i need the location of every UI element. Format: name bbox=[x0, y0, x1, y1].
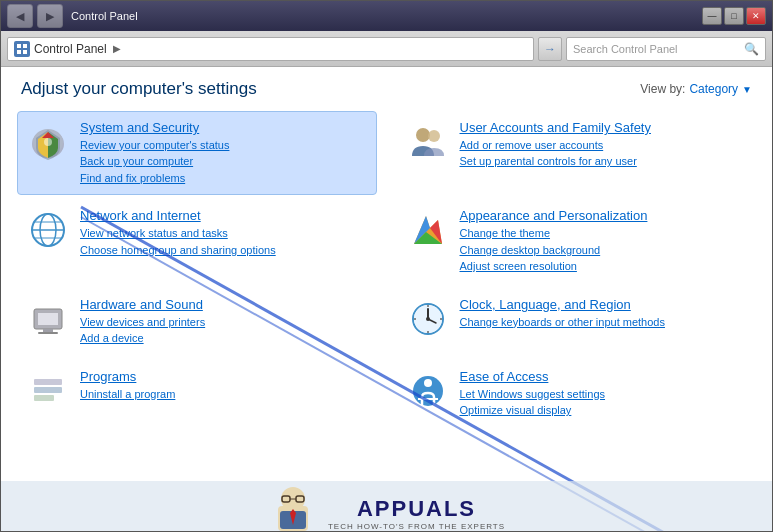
appearance-icon bbox=[406, 208, 450, 252]
title-bar-left: ◀ ▶ Control Panel bbox=[7, 4, 138, 28]
user-accounts-link1[interactable]: Add or remove user accounts bbox=[460, 137, 748, 154]
programs-icon bbox=[26, 369, 70, 413]
appearance-link1[interactable]: Change the theme bbox=[460, 225, 748, 242]
panel-user-accounts[interactable]: User Accounts and Family Safety Add or r… bbox=[397, 111, 757, 195]
system-security-title[interactable]: System and Security bbox=[80, 120, 368, 137]
close-button[interactable]: ✕ bbox=[746, 7, 766, 25]
clock-text: Clock, Language, and Region Change keybo… bbox=[460, 297, 748, 330]
system-security-link2[interactable]: Back up your computer bbox=[80, 153, 368, 170]
svg-rect-1 bbox=[23, 44, 27, 48]
programs-title[interactable]: Programs bbox=[80, 369, 368, 386]
search-icon[interactable]: 🔍 bbox=[744, 42, 759, 56]
ease-access-icon bbox=[406, 369, 450, 413]
svg-point-24 bbox=[427, 331, 429, 333]
ease-access-link2[interactable]: Optimize visual display bbox=[460, 402, 748, 419]
appearance-link2[interactable]: Change desktop background bbox=[460, 242, 748, 259]
panel-hardware[interactable]: Hardware and Sound View devices and prin… bbox=[17, 288, 377, 356]
programs-text: Programs Uninstall a program bbox=[80, 369, 368, 402]
svg-rect-0 bbox=[17, 44, 21, 48]
user-accounts-text: User Accounts and Family Safety Add or r… bbox=[460, 120, 748, 170]
main-window: ◀ ▶ Control Panel — □ ✕ Control Panel ▶ bbox=[0, 0, 773, 532]
svg-rect-29 bbox=[34, 395, 54, 401]
brand-tagline: TECH HOW-TO'S FROM THE EXPERTS bbox=[328, 522, 505, 531]
go-button[interactable]: → bbox=[538, 37, 562, 61]
appearance-title[interactable]: Appearance and Personalization bbox=[460, 208, 748, 225]
hardware-text: Hardware and Sound View devices and prin… bbox=[80, 297, 368, 347]
address-bar: Control Panel ▶ → Search Control Panel 🔍 bbox=[1, 31, 772, 67]
svg-rect-3 bbox=[23, 50, 27, 54]
system-security-link1[interactable]: Review your computer's status bbox=[80, 137, 368, 154]
view-by-value[interactable]: Category bbox=[689, 82, 738, 96]
page-title: Adjust your computer's settings bbox=[21, 79, 257, 99]
system-security-link3[interactable]: Find and fix problems bbox=[80, 170, 368, 187]
clock-icon bbox=[406, 297, 450, 341]
user-accounts-link2[interactable]: Set up parental controls for any user bbox=[460, 153, 748, 170]
hardware-title[interactable]: Hardware and Sound bbox=[80, 297, 368, 314]
ease-access-text: Ease of Access Let Windows suggest setti… bbox=[460, 369, 748, 419]
mascot bbox=[268, 481, 318, 531]
network-icon bbox=[26, 208, 70, 252]
back-button[interactable]: ◀ bbox=[7, 4, 33, 28]
svg-rect-27 bbox=[34, 379, 62, 385]
svg-point-26 bbox=[440, 318, 442, 320]
content-header: Adjust your computer's settings View by:… bbox=[1, 67, 772, 107]
system-security-text: System and Security Review your computer… bbox=[80, 120, 368, 186]
panel-grid: System and Security Review your computer… bbox=[1, 107, 772, 432]
ease-access-title[interactable]: Ease of Access bbox=[460, 369, 748, 386]
view-by-selector: View by: Category ▼ bbox=[640, 82, 752, 96]
svg-point-23 bbox=[427, 305, 429, 307]
hardware-link1[interactable]: View devices and printers bbox=[80, 314, 368, 331]
control-panel-icon bbox=[14, 41, 30, 57]
maximize-button[interactable]: □ bbox=[724, 7, 744, 25]
svg-rect-15 bbox=[38, 313, 58, 325]
panel-clock[interactable]: Clock, Language, and Region Change keybo… bbox=[397, 288, 757, 356]
panel-appearance[interactable]: Appearance and Personalization Change th… bbox=[397, 199, 757, 283]
panel-programs[interactable]: Programs Uninstall a program bbox=[17, 360, 377, 428]
title-bar: ◀ ▶ Control Panel — □ ✕ bbox=[1, 1, 772, 31]
programs-link1[interactable]: Uninstall a program bbox=[80, 386, 368, 403]
address-field[interactable]: Control Panel ▶ bbox=[7, 37, 534, 61]
panel-network[interactable]: Network and Internet View network status… bbox=[17, 199, 377, 283]
svg-point-31 bbox=[424, 379, 432, 387]
svg-point-25 bbox=[414, 318, 416, 320]
search-box[interactable]: Search Control Panel 🔍 bbox=[566, 37, 766, 61]
window-title: Control Panel bbox=[71, 10, 138, 22]
ease-access-link1[interactable]: Let Windows suggest settings bbox=[460, 386, 748, 403]
svg-point-22 bbox=[426, 317, 430, 321]
panel-system-security[interactable]: System and Security Review your computer… bbox=[17, 111, 377, 195]
svg-rect-28 bbox=[34, 387, 62, 393]
network-link1[interactable]: View network status and tasks bbox=[80, 225, 368, 242]
hardware-link2[interactable]: Add a device bbox=[80, 330, 368, 347]
system-security-icon bbox=[26, 120, 70, 164]
minimize-button[interactable]: — bbox=[702, 7, 722, 25]
network-link2[interactable]: Choose homegroup and sharing options bbox=[80, 242, 368, 259]
content-area: Adjust your computer's settings View by:… bbox=[1, 67, 772, 531]
svg-rect-16 bbox=[43, 329, 53, 332]
network-text: Network and Internet View network status… bbox=[80, 208, 368, 258]
clock-title[interactable]: Clock, Language, and Region bbox=[460, 297, 748, 314]
go-icon: → bbox=[544, 42, 556, 56]
view-by-label: View by: bbox=[640, 82, 685, 96]
address-text: Control Panel bbox=[34, 42, 107, 56]
svg-point-7 bbox=[416, 128, 430, 142]
search-placeholder: Search Control Panel bbox=[573, 43, 740, 55]
network-title[interactable]: Network and Internet bbox=[80, 208, 368, 225]
user-accounts-icon bbox=[406, 120, 450, 164]
forward-button[interactable]: ▶ bbox=[37, 4, 63, 28]
title-bar-controls: — □ ✕ bbox=[702, 7, 766, 25]
svg-rect-2 bbox=[17, 50, 21, 54]
path-arrow: ▶ bbox=[113, 43, 121, 54]
watermark-bar: APPUALS TECH HOW-TO'S FROM THE EXPERTS bbox=[1, 481, 772, 531]
appearance-link3[interactable]: Adjust screen resolution bbox=[460, 258, 748, 275]
svg-point-8 bbox=[428, 130, 440, 142]
clock-link1[interactable]: Change keyboards or other input methods bbox=[460, 314, 748, 331]
svg-rect-17 bbox=[38, 332, 58, 334]
view-by-arrow[interactable]: ▼ bbox=[742, 84, 752, 95]
hardware-icon bbox=[26, 297, 70, 341]
svg-point-6 bbox=[44, 138, 52, 146]
appuals-brand: APPUALS TECH HOW-TO'S FROM THE EXPERTS bbox=[328, 496, 505, 531]
panel-ease-access[interactable]: Ease of Access Let Windows suggest setti… bbox=[397, 360, 757, 428]
user-accounts-title[interactable]: User Accounts and Family Safety bbox=[460, 120, 748, 137]
appearance-text: Appearance and Personalization Change th… bbox=[460, 208, 748, 274]
brand-name: APPUALS bbox=[357, 496, 476, 522]
